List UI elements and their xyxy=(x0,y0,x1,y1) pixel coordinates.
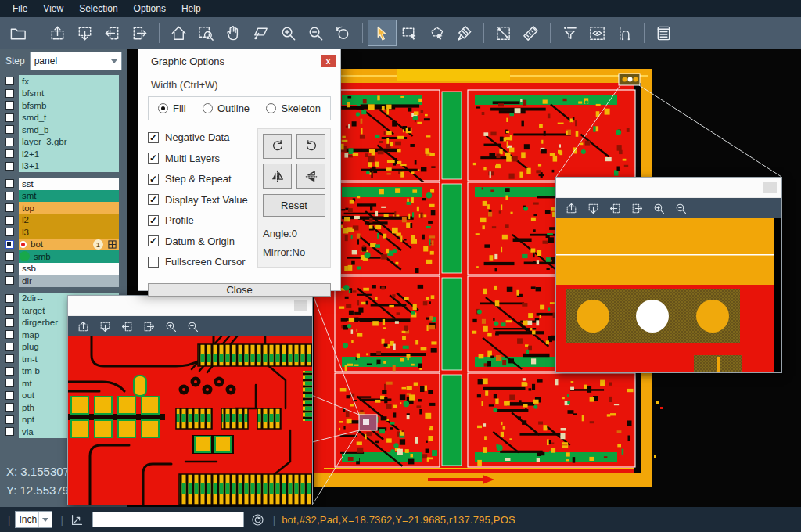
layer-checkbox[interactable] xyxy=(5,125,14,134)
layer-row-smt[interactable]: smt xyxy=(0,190,127,203)
radio-outline[interactable]: Outline xyxy=(203,102,250,114)
layer-checkbox[interactable] xyxy=(5,354,14,363)
step-select[interactable]: panel xyxy=(30,52,122,70)
tool-zoom-in[interactable] xyxy=(275,20,302,45)
checkbox-box[interactable]: ✓ xyxy=(148,174,159,185)
checkbox-box[interactable]: ✓ xyxy=(148,235,159,246)
checkbox-box[interactable] xyxy=(148,257,159,268)
checkbox-box[interactable]: ✓ xyxy=(148,194,159,205)
layer-checkbox[interactable] xyxy=(5,415,14,424)
magnifier-right-titlebar[interactable] xyxy=(556,178,781,198)
layer-checkbox[interactable] xyxy=(5,367,14,376)
magnifier-left-titlebar[interactable] xyxy=(68,296,312,316)
layer-row-dir[interactable]: dir xyxy=(0,275,127,287)
tool-zoom-in[interactable] xyxy=(164,320,178,333)
layer-row-bfsmb[interactable]: bfsmb xyxy=(0,99,127,112)
layer-row-bot[interactable]: bot1 xyxy=(0,239,127,251)
layer-checkbox[interactable] xyxy=(5,162,14,171)
tool-filter[interactable] xyxy=(556,20,584,45)
menu-selection[interactable]: Selection xyxy=(71,2,125,16)
dialog-titlebar[interactable]: Graphic Options x xyxy=(138,49,340,73)
layer-row-fx[interactable]: fx xyxy=(0,75,127,88)
window-button[interactable] xyxy=(294,300,307,311)
checkbox-profile[interactable]: ✓Profile xyxy=(148,214,253,226)
window-button[interactable] xyxy=(763,182,777,193)
layer-checkbox[interactable] xyxy=(5,240,14,249)
tool-home[interactable] xyxy=(165,20,192,45)
layer-row-ssb[interactable]: ssb xyxy=(0,263,127,275)
tool-open-folder[interactable] xyxy=(5,20,32,45)
tool-pan-down[interactable] xyxy=(587,202,600,215)
tool-pan-left[interactable] xyxy=(120,320,134,333)
tool-pan-left[interactable] xyxy=(609,202,622,215)
checkbox-negative-data[interactable]: ✓Negative Data xyxy=(148,131,253,143)
flip-v-button[interactable] xyxy=(296,164,325,189)
layer-checkbox[interactable] xyxy=(5,264,14,273)
tool-pan-right[interactable] xyxy=(630,202,644,215)
radio-skeleton[interactable]: Skeleton xyxy=(266,102,321,114)
tool-pan-right[interactable] xyxy=(126,20,153,45)
layer-row-bfsmt[interactable]: bfsmt xyxy=(0,88,127,100)
layer-checkbox[interactable] xyxy=(5,77,14,85)
checkbox-box[interactable]: ✓ xyxy=(148,153,159,164)
unit-select[interactable]: Inch xyxy=(15,511,52,528)
rotate-ccw-button[interactable] xyxy=(296,134,325,159)
layer-checkbox[interactable] xyxy=(5,294,14,303)
layer-row-l2[interactable]: l2 xyxy=(0,214,127,227)
tool-report[interactable] xyxy=(650,20,677,45)
tool-pan-up[interactable] xyxy=(565,202,578,215)
checkbox-box[interactable]: ✓ xyxy=(148,132,159,143)
layer-checkbox[interactable] xyxy=(5,427,14,436)
tool-ruler[interactable] xyxy=(517,20,544,45)
tool-pan-right[interactable] xyxy=(142,320,156,333)
layer-checkbox[interactable] xyxy=(5,203,14,212)
layer-checkbox[interactable] xyxy=(5,228,14,236)
angle-mode-icon[interactable] xyxy=(70,512,84,527)
radio-fill[interactable]: Fill xyxy=(158,102,186,114)
tool-zoom-out[interactable] xyxy=(302,20,329,45)
rotate-cw-button[interactable] xyxy=(263,134,292,159)
layer-checkbox[interactable] xyxy=(5,149,14,158)
checkbox-datum-origin[interactable]: ✓Datum & Origin xyxy=(148,235,253,247)
layer-row-l3+1[interactable]: l3+1 xyxy=(0,160,127,173)
tool-brush[interactable] xyxy=(451,20,478,45)
tool-view-eye[interactable] xyxy=(584,20,611,45)
tool-pointer-select[interactable] xyxy=(368,20,396,45)
tool-pan-left[interactable] xyxy=(99,20,126,45)
magnifier-right-view[interactable] xyxy=(556,218,781,372)
tool-pan-down[interactable] xyxy=(99,320,112,333)
layer-row-top[interactable]: top xyxy=(0,202,127,214)
layer-checkbox[interactable] xyxy=(5,318,14,327)
menu-options[interactable]: Options xyxy=(126,2,174,16)
magnifier-left-view[interactable] xyxy=(68,336,312,505)
layer-checkbox[interactable] xyxy=(5,192,14,200)
layer-checkbox[interactable] xyxy=(5,306,14,315)
layer-checkbox[interactable] xyxy=(5,216,14,225)
layer-row-l2+1[interactable]: l2+1 xyxy=(0,148,127,160)
tool-zoom-prev[interactable] xyxy=(329,20,357,45)
checkbox-box[interactable]: ✓ xyxy=(148,215,159,226)
layer-row-l3[interactable]: l3 xyxy=(0,226,127,239)
tool-pan-up[interactable] xyxy=(77,320,90,333)
refresh-icon[interactable] xyxy=(250,512,265,527)
checkbox-fullscreen-cursor[interactable]: Fullscreen Cursor xyxy=(148,256,253,268)
tool-pan-down[interactable] xyxy=(71,20,99,45)
tool-measure-line[interactable] xyxy=(490,20,517,45)
checkbox-multi-layers[interactable]: ✓Multi Layers xyxy=(148,153,253,164)
layer-checkbox[interactable] xyxy=(5,89,14,98)
tool-zoom-in[interactable] xyxy=(652,202,666,215)
layer-row-smd_t[interactable]: smd_t xyxy=(0,112,127,124)
layer-row-sst[interactable]: sst xyxy=(0,178,127,190)
menu-view[interactable]: View xyxy=(35,2,71,16)
layer-checkbox[interactable] xyxy=(5,403,14,412)
layer-checkbox[interactable] xyxy=(5,343,14,351)
tool-trace-loop[interactable] xyxy=(611,20,638,45)
layer-row-smd_b[interactable]: smd_b xyxy=(0,124,127,136)
tool-hand[interactable] xyxy=(220,20,247,45)
tool-zoom-out[interactable] xyxy=(186,320,199,333)
layer-checkbox[interactable] xyxy=(5,179,14,188)
checkbox-display-text-value[interactable]: ✓Display Text Value xyxy=(148,194,253,206)
tool-zoom-out[interactable] xyxy=(674,202,688,215)
checkbox-step-repeat[interactable]: ✓Step & Repeat xyxy=(148,173,253,185)
layer-checkbox[interactable] xyxy=(5,330,14,339)
